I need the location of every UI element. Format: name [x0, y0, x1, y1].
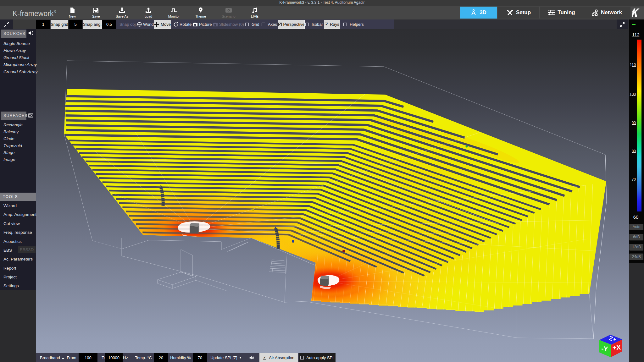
svg-text:-Y: -Y	[601, 345, 608, 352]
svg-text:+X: +X	[612, 343, 621, 351]
